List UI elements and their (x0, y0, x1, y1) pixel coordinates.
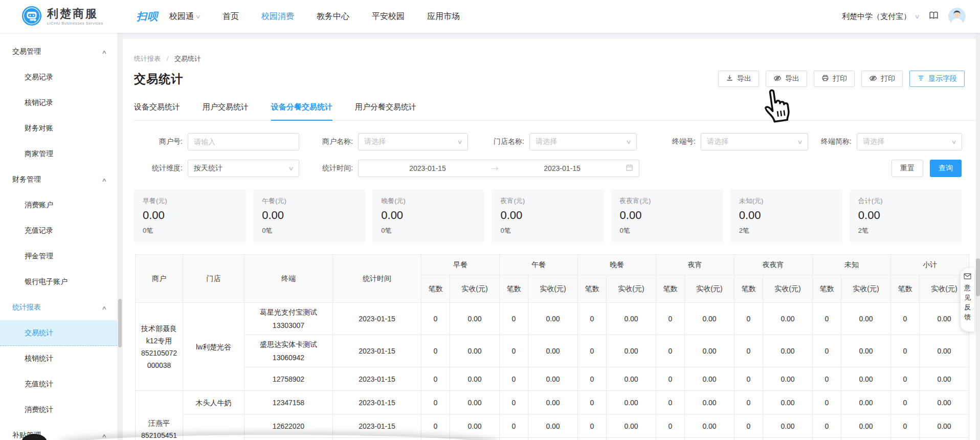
sidebar-item-商家管理[interactable]: 商家管理 (0, 141, 117, 167)
summary-card-午餐(元): 午餐(元)0.000笔 (253, 189, 365, 242)
sidebar-group-补贴管理[interactable]: 补贴管理∧ (0, 423, 117, 440)
date-range-picker[interactable]: 2023-01-15 2023-01-15 (358, 160, 639, 177)
feedback-tab[interactable]: 意见反馈 (961, 268, 974, 332)
manual-book-icon[interactable] (928, 10, 939, 23)
sidebar-item-消费统计[interactable]: 消费统计 (0, 397, 117, 423)
text-input[interactable] (194, 138, 293, 146)
nav-item-校园通[interactable]: 校园通∨ (169, 11, 200, 22)
tab-bar: 设备交易统计用户交易统计设备分餐交易统计用户分餐交易统计 (134, 102, 980, 121)
breadcrumb-parent[interactable]: 统计报表 (134, 55, 161, 62)
count-cell: 0 (734, 335, 763, 367)
count-cell: 0 (734, 367, 763, 391)
nav-item-首页[interactable]: 首页 (222, 11, 239, 22)
显示字段-button[interactable]: 显示字段 (909, 71, 965, 87)
sidebar-scrollbar-thumb[interactable] (118, 299, 122, 347)
filter-select[interactable]: 请选择∨ (701, 133, 808, 150)
filter-group: 商户号: (134, 133, 299, 150)
amount-cell: 0.00 (685, 367, 734, 391)
user-avatar[interactable] (948, 8, 966, 25)
sidebar-item-核销记录[interactable]: 核销记录 (0, 90, 117, 116)
sub-header-笔数: 笔数 (500, 275, 528, 303)
amount-cell: 0.00 (528, 391, 578, 414)
filter-select[interactable]: 请选择∨ (358, 133, 468, 150)
sidebar-group-统计报表[interactable]: 统计报表∧ (0, 295, 117, 320)
chevron-up-icon: ∧ (101, 433, 107, 438)
nav-item-平安校园[interactable]: 平安校园 (372, 11, 405, 22)
query-button[interactable]: 查询 (930, 160, 962, 177)
count-cell: 0 (421, 335, 450, 367)
sidebar-scrollbar[interactable] (117, 33, 123, 440)
count-cell: 0 (578, 414, 607, 438)
nav-item-教务中心[interactable]: 教务中心 (317, 11, 349, 22)
button-label: 打印 (833, 74, 847, 83)
打印-button[interactable]: 打印 (861, 71, 903, 87)
card-label: 夜宵(元) (500, 196, 595, 206)
count-cell: 0 (578, 303, 607, 335)
count-cell: 0 (891, 414, 920, 438)
tab-用户分餐交易统计[interactable]: 用户分餐交易统计 (355, 102, 416, 120)
count-cell: 0 (813, 391, 841, 414)
summary-card-晚餐(元): 晚餐(元)0.000笔 (372, 189, 484, 242)
date-cell: 2023-01-15 (333, 391, 421, 414)
card-count: 0笔 (620, 226, 715, 235)
sub-header-实收(元): 实收(元) (528, 275, 578, 303)
arrow-right-icon (491, 164, 499, 172)
amount-cell: 0.00 (685, 303, 734, 335)
date-start[interactable]: 2023-01-15 (364, 164, 491, 172)
page-title: 交易统计 (134, 71, 183, 87)
sidebar-item-核销统计[interactable]: 核销统计 (0, 346, 117, 371)
amount-cell (685, 438, 734, 440)
sub-header-笔数: 笔数 (734, 275, 763, 303)
导出-button[interactable]: 导出 (718, 71, 759, 87)
sidebar-item-充值统计[interactable]: 充值统计 (0, 371, 117, 397)
tab-用户交易统计[interactable]: 用户交易统计 (203, 102, 249, 120)
calendar-icon (626, 164, 633, 173)
count-cell: 0 (500, 391, 528, 414)
sidebar-group-label: 统计报表 (12, 303, 41, 312)
sidebar-item-交易统计[interactable]: 交易统计 (0, 320, 117, 346)
sidebar-item-充值记录[interactable]: 充值记录 (0, 218, 117, 244)
count-cell: 0 (656, 303, 685, 335)
card-label: 午餐(元) (262, 196, 357, 206)
tab-设备分餐交易统计[interactable]: 设备分餐交易统计 (271, 102, 332, 121)
sidebar-item-押金管理[interactable]: 押金管理 (0, 244, 117, 269)
amount-cell: 0.00 (841, 391, 891, 414)
nav-item-校园消费[interactable]: 校园消费 (261, 11, 294, 22)
card-count: 2笔 (858, 226, 953, 235)
sidebar-item-财务对账[interactable]: 财务对账 (0, 116, 117, 141)
filter-panel: 商户号:商户名称:请选择∨门店名称:请选择∨终端号:请选择∨终端简称:请选择∨ … (134, 133, 980, 177)
amount-cell: 0.00 (920, 335, 969, 367)
feedback-char: 馈 (964, 312, 971, 322)
dimension-select[interactable]: 按天统计 ∨ (188, 160, 299, 177)
sidebar-item-消费账户[interactable]: 消费账户 (0, 192, 117, 218)
nav-item-应用市场[interactable]: 应用市场 (427, 11, 460, 22)
card-count: 0笔 (262, 226, 357, 235)
sidebar-group-交易管理[interactable]: 交易管理∧ (0, 39, 117, 64)
count-cell: 0 (891, 335, 920, 367)
filter-group: 门店名称:请选择∨ (491, 133, 637, 150)
amount-cell: 0.00 (763, 335, 813, 367)
amount-cell: 0.00 (685, 391, 734, 414)
sidebar-item-交易记录[interactable]: 交易记录 (0, 64, 117, 90)
date-end[interactable]: 2023-01-15 (499, 164, 626, 172)
page-scrollbar-thumb[interactable] (976, 258, 980, 296)
filter-input[interactable] (188, 133, 299, 150)
打印-button[interactable]: 打印 (814, 71, 855, 87)
school-selector[interactable]: 利楚中学（支付宝） ∨ (842, 12, 919, 21)
select-placeholder: 请选择 (863, 137, 952, 146)
sidebar-item-银行电子账户[interactable]: 银行电子账户 (0, 269, 117, 295)
page-scrollbar[interactable] (976, 33, 980, 440)
count-cell (813, 438, 841, 440)
sidebar-group-财务管理[interactable]: 财务管理∧ (0, 167, 117, 192)
card-count: 2笔 (739, 226, 834, 235)
tab-设备交易统计[interactable]: 设备交易统计 (134, 102, 180, 120)
nav-item-扫呗[interactable]: 扫呗 (137, 10, 158, 24)
amount-cell: 0.00 (528, 367, 578, 391)
导出-button[interactable]: 导出 (766, 71, 807, 87)
filter-select[interactable]: 请选择∨ (857, 133, 962, 150)
reset-button[interactable]: 重置 (892, 160, 923, 177)
chevron-down-icon: ∨ (914, 13, 920, 20)
filter-select[interactable]: 请选择∨ (529, 133, 637, 150)
table-row: 技术部聂良k12专用852105072000038lw利楚光谷葛星光支付宝测试1… (136, 303, 969, 335)
card-label: 早餐(元) (143, 196, 237, 206)
